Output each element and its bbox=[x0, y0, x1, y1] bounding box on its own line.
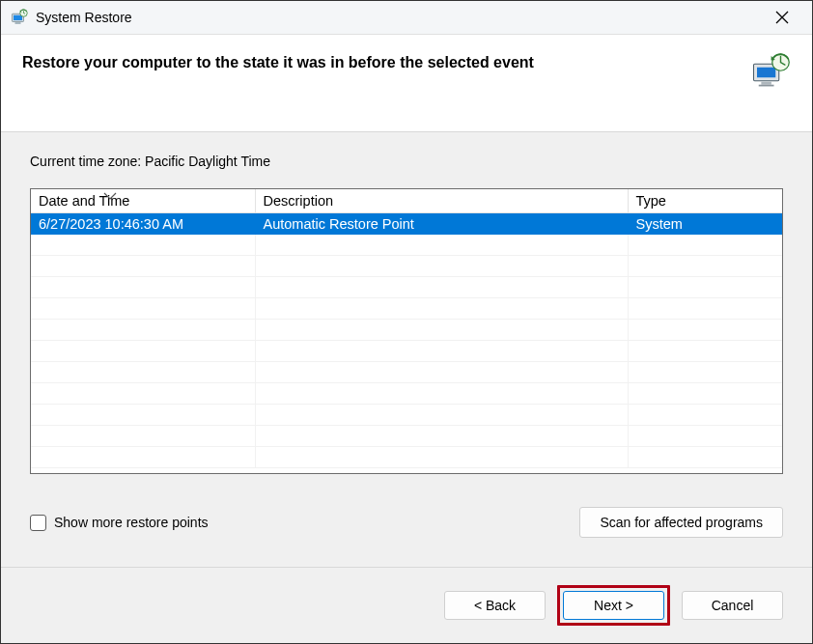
back-button[interactable]: < Back bbox=[444, 591, 546, 620]
page-heading: Restore your computer to the state it wa… bbox=[22, 52, 534, 71]
column-header-description[interactable]: Description bbox=[255, 189, 628, 213]
next-button-highlight: Next > bbox=[557, 585, 670, 626]
table-row-empty bbox=[31, 256, 782, 277]
cancel-button[interactable]: Cancel bbox=[682, 591, 783, 620]
close-button[interactable] bbox=[760, 3, 804, 32]
table-row-empty bbox=[31, 341, 782, 362]
svg-rect-7 bbox=[757, 68, 775, 78]
system-restore-dialog: System Restore Restore your computer to … bbox=[0, 0, 813, 644]
svg-rect-8 bbox=[761, 82, 771, 85]
timezone-label: Current time zone: Pacific Daylight Time bbox=[30, 154, 783, 169]
cell-description: Automatic Restore Point bbox=[255, 213, 628, 235]
table-row-empty bbox=[31, 235, 782, 256]
svg-rect-9 bbox=[759, 85, 774, 87]
titlebar: System Restore bbox=[1, 1, 812, 35]
header-area: Restore your computer to the state it wa… bbox=[1, 35, 812, 132]
table-row-empty bbox=[31, 277, 782, 298]
checkbox-icon bbox=[30, 515, 46, 531]
table-row-empty bbox=[31, 405, 782, 426]
window-title: System Restore bbox=[36, 10, 760, 25]
svg-rect-2 bbox=[15, 22, 21, 24]
column-header-type[interactable]: Type bbox=[628, 189, 782, 213]
cell-date: 6/27/2023 10:46:30 AM bbox=[31, 213, 255, 235]
cell-type: System bbox=[628, 213, 782, 235]
next-button[interactable]: Next > bbox=[563, 591, 664, 620]
close-icon bbox=[775, 11, 789, 24]
table-row-empty bbox=[31, 426, 782, 447]
show-more-label: Show more restore points bbox=[54, 515, 209, 530]
restore-points-grid[interactable]: Date and Time Description Type 6/27/2023… bbox=[30, 188, 783, 474]
under-grid-row: Show more restore points Scan for affect… bbox=[30, 507, 783, 538]
restore-illustration-icon bbox=[750, 52, 791, 93]
table-row-empty bbox=[31, 362, 782, 383]
table-row-empty bbox=[31, 447, 782, 468]
table-row[interactable]: 6/27/2023 10:46:30 AMAutomatic Restore P… bbox=[31, 213, 782, 235]
content-area: Current time zone: Pacific Daylight Time… bbox=[1, 132, 812, 567]
scan-affected-button[interactable]: Scan for affected programs bbox=[579, 507, 783, 538]
svg-rect-1 bbox=[14, 15, 22, 20]
footer: < Back Next > Cancel bbox=[1, 567, 812, 643]
table-row-empty bbox=[31, 383, 782, 405]
table-row-empty bbox=[31, 298, 782, 320]
system-restore-icon bbox=[11, 9, 28, 26]
column-header-date[interactable]: Date and Time bbox=[31, 189, 255, 213]
sort-descending-icon bbox=[103, 192, 117, 202]
table-row-empty bbox=[31, 320, 782, 341]
show-more-checkbox[interactable]: Show more restore points bbox=[30, 515, 209, 531]
